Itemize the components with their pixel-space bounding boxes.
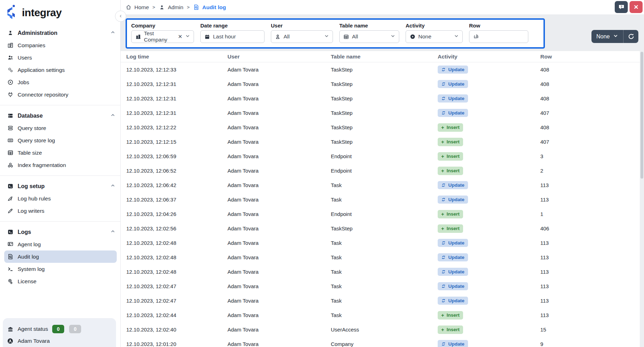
cell-user: Adam Tovara <box>227 124 331 130</box>
filter-company-select[interactable]: Test Company ✕ <box>131 30 194 43</box>
sidebar-item-users[interactable]: Users <box>0 51 120 64</box>
cell-row-id: 113 <box>540 182 640 188</box>
sidebar-item-agent-log[interactable]: Agent log <box>0 238 120 250</box>
cell-table-name: TaskStep <box>331 225 438 231</box>
table-row[interactable]: 12.10.2023, 12:12:31Adam TovaraTaskStepU… <box>121 91 640 106</box>
table-row[interactable]: 12.10.2023, 12:02:56Adam TovaraTaskStep+… <box>121 221 640 236</box>
sidebar-section-database[interactable]: Database <box>0 110 120 122</box>
sidebar-section-administration[interactable]: Administration <box>0 27 120 39</box>
sidebar-item-label: Log hub rules <box>18 196 51 202</box>
table-row[interactable]: 12.10.2023, 12:02:47Adam TovaraTaskUpdat… <box>121 293 640 308</box>
activity-badge-update: Update <box>438 297 468 305</box>
table-row[interactable]: 12.10.2023, 12:06:59Adam TovaraEndpoint+… <box>121 149 640 163</box>
cell-activity: Update <box>438 239 540 247</box>
sidebar-item-license[interactable]: License <box>0 275 120 287</box>
sidebar-item-table-size[interactable]: Table size <box>0 147 120 159</box>
table-row[interactable]: 12.10.2023, 12:02:48Adam TovaraTaskUpdat… <box>121 236 640 250</box>
sidebar-item-audit-log[interactable]: Audit log <box>4 250 117 263</box>
chevron-up-icon <box>110 30 115 36</box>
sidebar-item-application-settings[interactable]: Application settings <box>0 64 120 76</box>
breadcrumb-admin[interactable]: Admin <box>159 4 183 11</box>
sidebar-item-label: Audit log <box>18 254 39 260</box>
filter-activity-select[interactable]: None <box>406 30 463 43</box>
activity-badge-update: Update <box>438 340 468 347</box>
current-user-row[interactable]: Adam Tovara <box>7 335 116 347</box>
audit-log-icon <box>193 4 199 11</box>
breadcrumb-current[interactable]: Audit log <box>193 4 226 11</box>
agent-status-row[interactable]: Agent status 0 0 <box>7 323 116 335</box>
column-header-table-name[interactable]: Table name <box>331 54 438 60</box>
cell-user: Adam Tovara <box>227 197 331 203</box>
table-row[interactable]: 12.10.2023, 12:12:31Adam TovaraTaskStepU… <box>121 77 640 91</box>
table-row[interactable]: 12.10.2023, 12:06:37Adam TovaraTaskUpdat… <box>121 192 640 207</box>
cell-row-id: 406 <box>540 225 640 231</box>
cell-log-time: 12.10.2023, 12:06:59 <box>126 153 227 159</box>
cell-row-id: 408 <box>540 81 640 87</box>
table-row[interactable]: 12.10.2023, 12:01:20Adam TovaraCompanyUp… <box>121 337 640 347</box>
table-row[interactable]: 12.10.2023, 12:06:42Adam TovaraTaskUpdat… <box>121 178 640 192</box>
breadcrumb-home[interactable]: Home <box>125 4 149 11</box>
sidebar-item-label: Connector repository <box>18 92 68 98</box>
filter-table-name-select[interactable]: All <box>339 30 399 43</box>
building-icon <box>135 33 141 40</box>
table-row[interactable]: 12.10.2023, 12:02:44Adam TovaraTask+Inse… <box>121 308 640 322</box>
column-header-row[interactable]: Row <box>540 54 640 60</box>
cell-table-name: TaskStep <box>331 81 438 87</box>
help-chat-button[interactable]: ? <box>615 1 628 13</box>
table-row[interactable]: 12.10.2023, 12:12:31Adam TovaraTaskStepU… <box>121 106 640 120</box>
cell-row-id: 113 <box>540 197 640 203</box>
sidebar-item-connector-repository[interactable]: Connector repository <box>0 88 120 101</box>
group-by-button[interactable]: None <box>591 30 623 43</box>
sidebar-item-log-hub-rules[interactable]: Log hub rules <box>0 192 120 205</box>
table-row[interactable]: 12.10.2023, 12:04:26Adam TovaraEndpoint+… <box>121 207 640 221</box>
sidebar-item-jobs[interactable]: Jobs <box>0 76 120 88</box>
plus-icon: + <box>441 211 444 217</box>
column-header-user[interactable]: User <box>227 54 331 60</box>
refresh-button[interactable] <box>624 30 638 43</box>
sidebar-item-companies[interactable]: Companies <box>0 39 120 51</box>
close-button[interactable]: ✕ <box>630 1 643 13</box>
cell-log-time: 12.10.2023, 12:02:47 <box>126 298 227 304</box>
sidebar-item-log-writers[interactable]: Log writers <box>0 205 120 217</box>
sidebar-section-log-setup[interactable]: Log setup <box>0 180 120 192</box>
scrollbar-track[interactable] <box>640 15 644 347</box>
table-row[interactable]: 12.10.2023, 12:02:48Adam TovaraTaskUpdat… <box>121 265 640 279</box>
sidebar-collapse-button[interactable]: ‹ <box>115 11 126 22</box>
table-row[interactable]: 12.10.2023, 12:02:48Adam TovaraTaskUpdat… <box>121 250 640 265</box>
license-icon <box>7 278 13 285</box>
cell-activity: +Insert <box>438 311 540 320</box>
table-row[interactable]: 12.10.2023, 12:02:47Adam TovaraTaskUpdat… <box>121 279 640 293</box>
cell-user: Adam Tovara <box>227 327 331 333</box>
filter-date-range-input[interactable]: Last hour <box>200 30 265 43</box>
scrollbar-thumb[interactable] <box>640 52 643 179</box>
table-row[interactable]: 12.10.2023, 12:02:40Adam TovaraUserAcces… <box>121 322 640 337</box>
filter-table-name-label: Table name <box>339 23 399 29</box>
sidebar-item-system-log[interactable]: System log <box>0 263 120 275</box>
sidebar-item-label: System log <box>18 266 45 272</box>
table-row[interactable]: 12.10.2023, 12:12:15Adam TovaraTaskStep+… <box>121 135 640 149</box>
cell-activity: Update <box>438 253 540 261</box>
filter-row-input[interactable] <box>469 30 528 43</box>
sidebar-section-logs[interactable]: Logs <box>0 226 120 238</box>
sidebar: integray AdministrationCompaniesUsersApp… <box>0 0 121 347</box>
cell-activity: Update <box>438 181 540 189</box>
sidebar-item-query-store-log[interactable]: Query store log <box>0 134 120 147</box>
table-row[interactable]: 12.10.2023, 12:12:22Adam TovaraTaskStep+… <box>121 120 640 135</box>
table-row[interactable]: 12.10.2023, 12:06:52Adam TovaraEndpoint+… <box>121 163 640 178</box>
sidebar-item-query-store[interactable]: Query store <box>0 122 120 134</box>
clear-icon[interactable]: ✕ <box>178 33 182 40</box>
refresh-icon <box>441 255 446 260</box>
filter-user-label: User <box>271 23 333 29</box>
column-header-log-time[interactable]: Log time <box>126 54 227 60</box>
table-row[interactable]: 12.10.2023, 12:12:33Adam TovaraTaskStepU… <box>121 62 640 77</box>
plus-icon: + <box>441 125 444 130</box>
cell-activity: Update <box>438 268 540 276</box>
bank-icon <box>7 326 13 332</box>
logs-icon <box>7 229 13 235</box>
filter-user-select[interactable]: All <box>271 30 333 43</box>
fingerprint-icon <box>473 33 479 40</box>
cell-row-id: 113 <box>540 298 640 304</box>
sidebar-item-index-fragmentation[interactable]: Index fragmentation <box>0 159 120 171</box>
sidebar-item-label: Application settings <box>18 67 65 73</box>
column-header-activity[interactable]: Activity <box>438 54 540 60</box>
